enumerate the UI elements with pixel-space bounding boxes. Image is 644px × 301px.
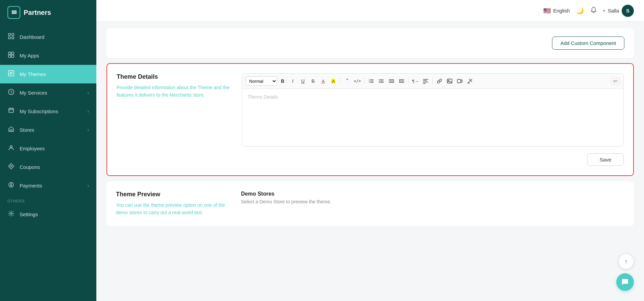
logo[interactable]: ✉ Partners <box>0 0 96 25</box>
sidebar-item-label: Stores <box>20 127 34 133</box>
svg-point-19 <box>379 82 380 83</box>
save-row: Save <box>117 153 624 166</box>
link-button[interactable] <box>435 76 444 86</box>
theme-preview-description: You can use the theme preview option on … <box>116 201 231 217</box>
italic-button[interactable]: I <box>288 76 297 86</box>
sidebar-item-dashboard[interactable]: Dashboard <box>0 28 96 46</box>
demo-stores-title: Demo Stores <box>241 191 624 197</box>
indent-increase-button[interactable] <box>397 76 406 86</box>
notifications-icon[interactable] <box>590 6 597 15</box>
svg-point-18 <box>379 81 380 81</box>
avatar: S <box>622 5 634 17</box>
theme-preview-layout: Theme Preview You can use the theme prev… <box>116 191 624 217</box>
blockquote-button[interactable]: " <box>342 76 352 86</box>
fab-area: ↑ <box>616 254 634 291</box>
main-area: 🇺🇸 English 🌙 ▾ Salla S Add Custom Compon… <box>96 0 644 301</box>
topbar: 🇺🇸 English 🌙 ▾ Salla S <box>96 0 644 22</box>
my-services-icon <box>7 89 15 97</box>
sidebar-item-label: My Themes <box>20 71 46 77</box>
rich-text-editor: Normal Heading 1 Heading 2 B I U S A <box>242 73 624 147</box>
logo-icon: ✉ <box>7 6 20 19</box>
svg-rect-7 <box>11 55 14 57</box>
text-color-button[interactable]: A <box>318 76 328 86</box>
theme-details-card: Theme Details Provide detailed informati… <box>106 63 634 176</box>
chevron-down-icon: ▾ <box>603 8 605 13</box>
chevron-icon: › <box>88 183 89 188</box>
chevron-icon: › <box>88 109 89 114</box>
svg-rect-1 <box>12 33 14 35</box>
svg-point-21 <box>448 80 449 81</box>
strikethrough-button[interactable]: S <box>308 76 318 86</box>
video-button[interactable] <box>455 76 464 86</box>
indent-decrease-button[interactable] <box>387 76 396 86</box>
underline-button[interactable]: U <box>298 76 308 86</box>
sidebar-item-label: Coupons <box>20 164 40 170</box>
svg-rect-0 <box>8 33 10 35</box>
employees-icon <box>7 145 15 152</box>
text-align-button[interactable] <box>421 76 430 86</box>
toolbar-sep-3 <box>408 78 409 84</box>
sidebar-section-others: OTHERS <box>0 195 96 205</box>
sidebar-item-employees[interactable]: Employees <box>0 139 96 158</box>
editor-body[interactable]: Theme Details <box>242 89 623 146</box>
dashboard-icon <box>7 33 15 41</box>
coupons-icon <box>7 163 15 171</box>
theme-preview-card: Theme Preview You can use the theme prev… <box>106 181 634 226</box>
sidebar-item-my-themes[interactable]: My Themes <box>0 65 96 83</box>
dark-mode-icon[interactable]: 🌙 <box>576 7 584 15</box>
editor-lang-badge: en <box>611 78 620 84</box>
sidebar-item-settings[interactable]: Settings <box>0 205 96 224</box>
svg-rect-5 <box>11 52 14 54</box>
code-button[interactable]: </> <box>353 76 362 86</box>
svg-point-11 <box>10 166 12 167</box>
text-highlight-button[interactable]: A <box>329 76 338 86</box>
username-label: Salla <box>608 8 619 14</box>
sidebar-item-label: Settings <box>20 211 38 217</box>
ordered-list-button[interactable]: 123 <box>366 76 376 86</box>
my-subscriptions-icon <box>7 107 15 115</box>
image-button[interactable] <box>445 76 454 86</box>
rtl-button[interactable]: ¶→ <box>411 76 420 86</box>
logo-title: Partners <box>24 9 51 17</box>
theme-details-left: Theme Details Provide detailed informati… <box>117 73 232 147</box>
add-custom-component-card: Add Custom Component <box>106 28 634 58</box>
theme-preview-right: Demo Stores Select a Demo Store to previ… <box>241 191 624 217</box>
sidebar-item-label: My Apps <box>20 53 39 58</box>
format-select[interactable]: Normal Heading 1 Heading 2 <box>245 76 277 86</box>
save-button[interactable]: Save <box>587 153 624 166</box>
sidebar-item-payments[interactable]: Payments › <box>0 176 96 195</box>
theme-details-layout: Theme Details Provide detailed informati… <box>117 73 624 147</box>
svg-rect-9 <box>9 108 14 112</box>
sidebar-item-stores[interactable]: Stores › <box>0 121 96 139</box>
clear-format-button[interactable] <box>465 76 475 86</box>
sidebar-item-my-subscriptions[interactable]: My Subscriptions › <box>0 102 96 121</box>
flag-icon: 🇺🇸 <box>543 7 551 15</box>
language-selector[interactable]: 🇺🇸 English <box>543 7 570 15</box>
user-menu[interactable]: ▾ Salla S <box>603 5 634 17</box>
bold-button[interactable]: B <box>278 76 287 86</box>
chevron-icon: › <box>88 90 89 95</box>
chat-button[interactable] <box>616 273 634 291</box>
sidebar-nav: Dashboard My Apps My Themes My Services … <box>0 25 96 301</box>
sidebar-item-my-services[interactable]: My Services › <box>0 83 96 102</box>
sidebar-item-coupons[interactable]: Coupons <box>0 158 96 176</box>
unordered-list-button[interactable] <box>377 76 386 86</box>
payments-icon <box>7 182 15 190</box>
sidebar-item-label: Employees <box>20 146 45 151</box>
theme-preview-left: Theme Preview You can use the theme prev… <box>116 191 231 217</box>
add-custom-component-button[interactable]: Add Custom Component <box>552 36 624 50</box>
toolbar-sep-2 <box>364 78 364 84</box>
svg-point-10 <box>10 146 12 148</box>
scroll-to-top-button[interactable]: ↑ <box>618 254 634 269</box>
svg-rect-3 <box>12 37 14 39</box>
my-themes-icon <box>7 70 15 78</box>
sidebar-item-my-apps[interactable]: My Apps <box>0 46 96 65</box>
settings-icon <box>7 210 15 218</box>
svg-rect-6 <box>8 55 11 57</box>
theme-preview-title: Theme Preview <box>116 191 231 198</box>
sidebar-item-label: My Subscriptions <box>20 108 58 114</box>
demo-stores-description: Select a Demo Store to preview the theme… <box>241 199 624 204</box>
theme-details-title: Theme Details <box>117 73 232 80</box>
editor-placeholder: Theme Details <box>247 94 278 100</box>
svg-rect-2 <box>8 37 10 39</box>
